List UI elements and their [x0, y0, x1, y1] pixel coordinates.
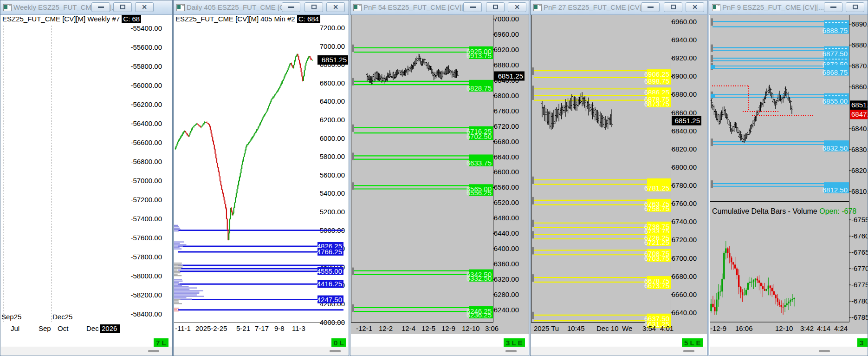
scrollbar-thumb[interactable]	[330, 350, 341, 352]
svg-text:12-10: 12-10	[775, 324, 793, 332]
minimize-button[interactable]	[824, 2, 842, 12]
price-label: 6851.2	[850, 100, 868, 110]
svg-text:-55800.00: -55800.00	[130, 62, 162, 70]
svg-text:-56400.00: -56400.00	[130, 119, 162, 127]
svg-text:6560.00: 6560.00	[494, 183, 519, 191]
titlebar[interactable]: PnF 9 ESZ25_FUT_CME [CV][... ✕	[709, 0, 868, 15]
svg-text:-57000.00: -57000.00	[130, 177, 162, 185]
maximize-button[interactable]	[846, 2, 864, 12]
svg-text:6868.75: 6868.75	[823, 68, 848, 76]
window-title: Daily 405 ESZ25_FUT_CME [C...	[187, 3, 290, 11]
svg-text:4247.50: 4247.50	[317, 296, 342, 303]
chart-canvas[interactable]: 7200.007000.006800.006600.006400.006200.…	[174, 0, 349, 343]
horizontal-scrollbar[interactable]	[174, 347, 348, 355]
minimize-button[interactable]	[641, 2, 660, 12]
svg-text:4766.25: 4766.25	[317, 248, 342, 256]
chart-window-weekly: -55400.00-55600.00-55800.00-56000.00-562…	[0, 0, 173, 356]
svg-text:-11-1: -11-1	[175, 324, 191, 332]
svg-text:10:45: 10:45	[567, 324, 585, 332]
svg-text:Jul: Jul	[11, 324, 19, 332]
horizontal-scrollbar[interactable]	[351, 347, 528, 355]
maximize-button[interactable]	[664, 2, 682, 12]
scrollbar-thumb[interactable]	[819, 350, 830, 352]
svg-text:6000.00: 6000.00	[320, 134, 345, 142]
svg-text:6940.00: 6940.00	[672, 36, 697, 44]
svg-text:6660.00: 6660.00	[672, 290, 697, 298]
close-button[interactable]: ✕	[508, 2, 526, 12]
chart-canvas[interactable]: -55400.00-55600.00-55800.00-56000.00-562…	[0, 0, 173, 343]
chart-status-badge: 3 L E	[504, 338, 525, 347]
svg-text:6640.00: 6640.00	[494, 153, 519, 161]
svg-text:6240.00: 6240.00	[494, 306, 519, 314]
window-title: PnF 9 ESZ25_FUT_CME [CV][...	[722, 3, 824, 11]
horizontal-scrollbar[interactable]	[531, 347, 706, 355]
close-button[interactable]: ✕	[326, 2, 345, 12]
svg-text:6960.00: 6960.00	[672, 18, 697, 26]
titlebar[interactable]: Weekly ESZ25_FUT_CME [CV]... ✕	[0, 0, 172, 15]
svg-text:Cumulative Delta Bars - Volume: Cumulative Delta Bars - Volume Open: -67…	[712, 207, 856, 215]
titlebar[interactable]: PnF 27 ESZ25_FUT_CME [CV][... ✕	[531, 0, 707, 15]
maximize-button[interactable]	[486, 2, 505, 12]
svg-text:6920.00: 6920.00	[494, 46, 519, 53]
svg-text:6860.0: 6860.0	[851, 83, 868, 91]
minimize-button[interactable]	[91, 2, 110, 12]
chart-window-pnf-27: Point & Figure Chart 0.25x27 ESZ25_FUT_C…	[530, 0, 707, 356]
svg-text:6680.00: 6680.00	[672, 272, 697, 280]
svg-text:6920.00: 6920.00	[672, 54, 697, 62]
svg-text:6800.00: 6800.00	[494, 92, 519, 99]
svg-text:12-10: 12-10	[462, 324, 479, 332]
scrollbar-thumb[interactable]	[148, 350, 159, 352]
scrollbar-thumb[interactable]	[505, 350, 517, 352]
svg-text:6200.00: 6200.00	[320, 116, 345, 124]
titlebar[interactable]: PnF 54 ESZ25_FUT_CME [CV][... ✕	[350, 0, 529, 15]
maximize-icon	[120, 5, 125, 9]
svg-text:4416.25: 4416.25	[317, 280, 342, 288]
maximize-icon	[493, 5, 498, 9]
chart-canvas[interactable]: Point & Figure Chart 0.25x9 ESZ25_FUT_CM…	[709, 0, 868, 343]
svg-text:6890.0: 6890.0	[851, 20, 868, 28]
svg-text:2025 Tu: 2025 Tu	[534, 324, 559, 332]
price-label: 6851.25	[317, 55, 348, 65]
svg-text:6855.00: 6855.00	[823, 97, 848, 105]
svg-text:6332.50: 6332.50	[466, 274, 492, 282]
svg-text:6851.25: 6851.25	[675, 117, 700, 125]
svg-text:6913.75: 6913.75	[466, 52, 492, 59]
minimize-button[interactable]	[463, 2, 482, 12]
svg-text:-58000.00: -58000.00	[130, 272, 162, 280]
svg-text:6898.75: 6898.75	[644, 77, 669, 85]
svg-text:Sep25: Sep25	[1, 313, 21, 321]
maximize-button[interactable]	[113, 2, 132, 12]
window-title: PnF 54 ESZ25_FUT_CME [CV][...	[363, 3, 469, 11]
chart-canvas[interactable]: Point & Figure Chart 0.25x27 ESZ25_FUT_C…	[531, 0, 707, 343]
svg-text:6600.00: 6600.00	[494, 168, 519, 176]
maximize-icon	[311, 5, 317, 9]
svg-text:6877.50: 6877.50	[823, 50, 848, 58]
svg-text:7000.00: 7000.00	[494, 15, 519, 23]
svg-text:-55600.00: -55600.00	[130, 43, 162, 51]
maximize-button[interactable]	[304, 2, 323, 12]
close-button[interactable]: ✕	[686, 2, 704, 12]
svg-text:6820.00: 6820.00	[672, 145, 697, 153]
scrollbar-thumb[interactable]	[683, 350, 694, 352]
svg-text:6851.25: 6851.25	[322, 56, 347, 64]
svg-text:-12-1: -12-1	[356, 324, 372, 332]
time-axis: 2025 Tu10:45Dec 10We3:544:01	[534, 324, 674, 332]
minimize-button[interactable]	[282, 2, 300, 12]
svg-text:6760.00: 6760.00	[494, 107, 519, 115]
svg-text:6880.0: 6880.0	[851, 41, 868, 49]
horizontal-scrollbar[interactable]	[710, 347, 867, 355]
titlebar[interactable]: Daily 405 ESZ25_FUT_CME [C... ✕	[174, 0, 349, 15]
svg-text:We: We	[622, 324, 632, 332]
minimize-icon	[470, 7, 476, 8]
svg-text:6520.00: 6520.00	[494, 198, 519, 206]
close-button[interactable]: ✕	[135, 2, 154, 12]
svg-text:12-5: 12-5	[421, 324, 435, 332]
svg-text:7000.00: 7000.00	[320, 42, 345, 50]
horizontal-scrollbar[interactable]	[1, 347, 172, 355]
svg-text:-6785: -6785	[851, 313, 868, 321]
chart-canvas[interactable]: Point & Figure Chart 0.5x27 ESZ25_FUT_CM…	[350, 0, 529, 343]
svg-text:-56800.00: -56800.00	[130, 158, 162, 165]
svg-text:-56200.00: -56200.00	[130, 100, 162, 108]
svg-text:-6770: -6770	[851, 264, 868, 272]
symbol-text: ESZ25_FUT_CME [CV][M] 405 Min #2	[175, 15, 295, 23]
